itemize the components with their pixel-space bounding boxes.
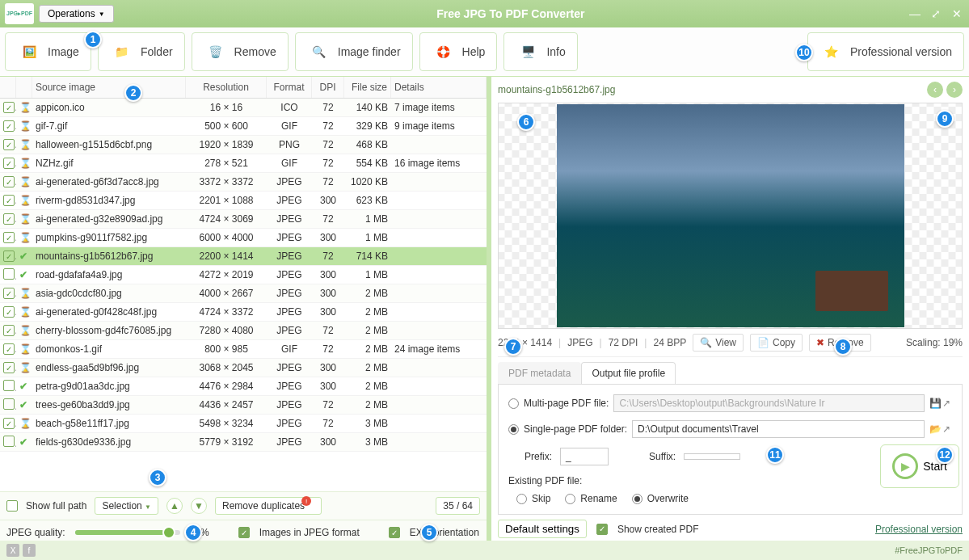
selection-button[interactable]: Selection ▼ — [95, 497, 158, 515]
row-checkbox[interactable]: ✓ — [3, 195, 15, 206]
table-row[interactable]: ✔petra-g9d01aa3dc.jpg4476 × 2984JPEG3002… — [0, 377, 487, 396]
tab-output-profile[interactable]: Output file profile — [581, 362, 676, 384]
file-size: 2 MB — [344, 306, 391, 318]
row-checkbox[interactable] — [3, 380, 15, 391]
row-checkbox[interactable]: ✓ — [3, 213, 15, 225]
row-checkbox[interactable]: ✓ — [3, 306, 15, 318]
file-fmt: ICO — [267, 102, 312, 113]
table-row[interactable]: ✔fields-g630de9336.jpg5779 × 3192JPEG300… — [0, 433, 487, 452]
remove-duplicates-button[interactable]: Remove duplicates! — [215, 497, 322, 515]
x-social-icon[interactable]: X — [6, 544, 19, 557]
col-resolution[interactable]: Resolution — [186, 77, 267, 98]
table-row[interactable]: ✔road-gdafafa4a9.jpg4272 × 2019JPEG3001 … — [0, 266, 487, 284]
folder-button[interactable]: 📁Folder — [98, 32, 185, 71]
row-checkbox[interactable]: ✓ — [3, 158, 15, 169]
row-checkbox[interactable]: ✓ — [3, 139, 15, 150]
image-button[interactable]: 🖼️Image — [5, 32, 91, 71]
remove-button[interactable]: 🗑️Remove — [192, 32, 289, 71]
file-res: 500 × 600 — [186, 120, 267, 132]
table-row[interactable]: ✔trees-ge60ba3dd9.jpg4436 × 2457JPEG722 … — [0, 396, 487, 415]
row-checkbox[interactable]: ✓ — [3, 176, 15, 187]
view-button[interactable]: 🔍View — [693, 334, 744, 352]
prefix-input[interactable]: _ — [560, 448, 609, 465]
open-icon[interactable]: ↗ — [941, 423, 952, 435]
tab-pdf-metadata[interactable]: PDF metadata — [498, 362, 581, 384]
row-checkbox[interactable]: ✓ — [3, 288, 15, 299]
folder-open-icon[interactable]: 📂 — [929, 423, 941, 435]
copy-icon: 📄 — [757, 337, 769, 348]
facebook-icon[interactable]: f — [23, 544, 36, 557]
row-checkbox[interactable] — [3, 436, 15, 447]
table-row[interactable]: ✓⌛cherry-blossom-gd4fc76085.jpg7280 × 40… — [0, 322, 487, 340]
rename-option[interactable]: Rename — [565, 493, 617, 504]
default-settings-button[interactable]: Default settings — [498, 520, 587, 538]
move-down-button[interactable]: ▼ — [191, 498, 207, 514]
close-button[interactable]: ✕ — [950, 6, 964, 21]
file-fmt: JPEG — [267, 288, 312, 299]
row-checkbox[interactable]: ✓ — [3, 325, 15, 336]
single-page-radio[interactable] — [508, 424, 519, 435]
save-icon[interactable]: 💾 — [929, 398, 941, 409]
file-table[interactable]: ✓⌛appicon.ico16 × 16ICO72140 KB7 image i… — [0, 99, 487, 491]
copy-button[interactable]: 📄Copy — [750, 334, 803, 352]
pro-version-link[interactable]: Professional version — [875, 524, 963, 535]
single-page-path[interactable]: D:\Output documents\Travel — [632, 420, 925, 438]
table-row[interactable]: ✓⌛gif-7.gif500 × 600GIF72329 KB9 image i… — [0, 117, 487, 136]
col-source[interactable]: Source image — [32, 77, 186, 98]
row-checkbox[interactable]: ✓ — [3, 102, 15, 113]
table-row[interactable]: ✓⌛ai-generated-g32e8909ad.jpg4724 × 3069… — [0, 210, 487, 229]
help-button[interactable]: 🛟Help — [419, 32, 498, 71]
row-checkbox[interactable]: ✓ — [3, 251, 15, 262]
col-dpi[interactable]: DPI — [312, 77, 344, 98]
file-name: beach-g58e11ff17.jpg — [32, 418, 186, 429]
minimize-button[interactable]: — — [908, 6, 922, 21]
tutorial-badge-8: 8 — [834, 338, 852, 356]
row-checkbox[interactable]: ✓ — [3, 343, 15, 355]
show-full-path-checkbox[interactable] — [6, 500, 18, 512]
maximize-button[interactable]: ⤢ — [929, 6, 943, 21]
table-row[interactable]: ✓⌛endless-gaa5d9bf96.jpg3068 × 2045JPEG3… — [0, 359, 487, 377]
col-format[interactable]: Format — [267, 77, 312, 98]
skip-option[interactable]: Skip — [516, 493, 550, 504]
jpeg-quality-slider[interactable] — [75, 530, 180, 535]
exif-checkbox[interactable]: ✓ — [389, 527, 400, 538]
table-row[interactable]: ✓⌛NZHz.gif278 × 521GIF72554 KB16 image i… — [0, 154, 487, 173]
table-row[interactable]: ✓⌛riverm-gd8531d347.jpg2201 × 1088JPEG30… — [0, 192, 487, 210]
tutorial-badge-4: 4 — [184, 524, 202, 541]
image-preview[interactable] — [498, 103, 963, 329]
col-details[interactable]: Details — [391, 77, 487, 98]
operations-button[interactable]: Operations ▼ — [39, 5, 114, 23]
table-row[interactable]: ✓⌛appicon.ico16 × 16ICO72140 KB7 image i… — [0, 99, 487, 117]
row-checkbox[interactable] — [3, 398, 15, 410]
table-row[interactable]: ✓⌛beach-g58e11ff17.jpg5498 × 3234JPEG723… — [0, 415, 487, 433]
show-created-pdf-checkbox[interactable]: ✓ — [596, 524, 608, 535]
file-size: 2 MB — [344, 343, 391, 355]
info-button[interactable]: 🖥️Info — [503, 32, 577, 71]
table-row[interactable]: ✓⌛halloween-g1515d6cbf.png1920 × 1839PNG… — [0, 136, 487, 154]
row-checkbox[interactable]: ✓ — [3, 362, 15, 373]
table-row[interactable]: ✓⌛asia-gdc0cdcf80.jpg4000 × 2667JPEG3002… — [0, 284, 487, 303]
overwrite-option[interactable]: Overwrite — [632, 493, 689, 504]
multi-page-radio[interactable] — [508, 398, 519, 409]
table-row[interactable]: ✓⌛ai-generated-g0f428c48f.jpg4724 × 3372… — [0, 303, 487, 322]
table-row[interactable]: ✓⌛pumpkins-g9011f7582.jpg6000 × 4000JPEG… — [0, 229, 487, 247]
file-dpi: 300 — [312, 269, 344, 280]
image-finder-button[interactable]: 🔍Image finder — [295, 32, 413, 71]
jpeg-format-checkbox[interactable]: ✓ — [238, 527, 250, 538]
move-up-button[interactable]: ▲ — [166, 498, 183, 514]
suffix-input[interactable] — [684, 453, 740, 460]
row-checkbox[interactable] — [3, 268, 15, 280]
open-icon[interactable]: ↗ — [941, 398, 952, 409]
file-dpi: 72 — [312, 213, 344, 225]
table-row[interactable]: ✓⌛domonkos-1.gif800 × 985GIF722 MB24 ima… — [0, 340, 487, 359]
row-checkbox[interactable]: ✓ — [3, 120, 15, 132]
table-row[interactable]: ✓⌛ai-generated-g6f3d7acc8.jpg3372 × 3372… — [0, 173, 487, 192]
file-details: 24 image items — [391, 343, 487, 355]
col-filesize[interactable]: File size — [344, 77, 391, 98]
table-row[interactable]: ✓✔mountains-g1b5612b67.jpg2200 × 1414JPE… — [0, 247, 487, 266]
prev-button[interactable]: ‹ — [927, 82, 943, 98]
row-checkbox[interactable]: ✓ — [3, 232, 15, 243]
next-button[interactable]: › — [946, 82, 963, 98]
row-checkbox[interactable]: ✓ — [3, 418, 15, 429]
pro-version-button[interactable]: ⭐Professional version — [807, 32, 964, 71]
